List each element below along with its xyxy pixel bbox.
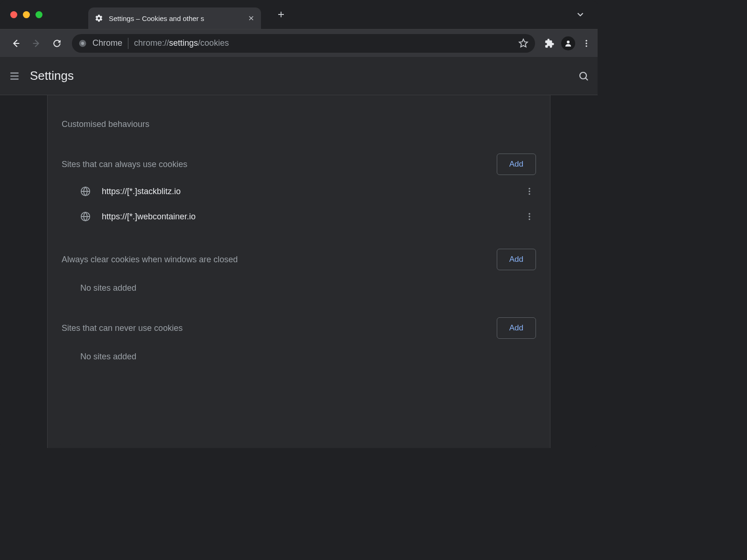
site-row-menu-button[interactable] <box>525 212 536 221</box>
url-path: /cookies <box>198 38 229 48</box>
titlebar: Settings – Cookies and other s <box>0 0 598 29</box>
svg-point-12 <box>529 213 530 215</box>
block-allow-header: Sites that can always use cookies Add <box>48 134 550 179</box>
add-block-button[interactable]: Add <box>497 317 536 339</box>
svg-point-2 <box>567 41 570 43</box>
site-chip: Chrome <box>78 38 128 49</box>
svg-point-5 <box>585 45 587 47</box>
url-divider <box>128 38 128 49</box>
window-close-button[interactable] <box>10 11 17 18</box>
forward-button[interactable] <box>27 34 46 53</box>
site-row: https://[*.]webcontainer.io <box>48 204 550 229</box>
clear-empty-state: No sites added <box>48 274 550 298</box>
svg-point-1 <box>81 42 84 44</box>
chrome-logo-icon <box>78 39 87 48</box>
svg-point-13 <box>529 216 530 217</box>
window-controls <box>10 11 42 18</box>
add-allow-button[interactable]: Add <box>497 154 536 175</box>
tab-overflow-button[interactable] <box>575 9 585 20</box>
section-customised-behaviours: Customised behaviours <box>48 95 550 134</box>
tab-close-button[interactable] <box>248 15 254 21</box>
svg-point-9 <box>529 190 530 192</box>
block-empty-state: No sites added <box>48 343 550 366</box>
site-chip-label: Chrome <box>92 38 122 48</box>
block-clear-title: Always clear cookies when windows are cl… <box>62 255 238 265</box>
svg-point-8 <box>529 188 530 189</box>
site-row: https://[*.]stackblitz.io <box>48 179 550 204</box>
svg-point-10 <box>529 193 530 195</box>
new-tab-button[interactable] <box>273 7 289 22</box>
address-bar[interactable]: Chrome chrome://settings/cookies <box>72 34 535 53</box>
window-maximize-button[interactable] <box>35 11 42 18</box>
menu-icon[interactable] <box>8 70 21 82</box>
back-button[interactable] <box>7 34 25 53</box>
site-row-menu-button[interactable] <box>525 187 536 196</box>
browser-tab[interactable]: Settings – Cookies and other s <box>88 7 261 29</box>
browser-window: Settings – Cookies and other s <box>0 0 598 448</box>
block-block-title: Sites that can never use cookies <box>62 323 183 333</box>
browser-toolbar: Chrome chrome://settings/cookies <box>0 29 598 57</box>
url-page: settings <box>169 38 198 48</box>
block-allow-title: Sites that can always use cookies <box>62 160 187 169</box>
extensions-icon[interactable] <box>544 38 555 49</box>
add-clear-button[interactable]: Add <box>497 249 536 270</box>
url-scheme: chrome:// <box>134 38 169 48</box>
settings-card: Customised behaviours Sites that can alw… <box>47 95 550 448</box>
block-clear-header: Always clear cookies when windows are cl… <box>48 229 550 274</box>
site-url: https://[*.]webcontainer.io <box>102 212 514 222</box>
reload-button[interactable] <box>48 34 66 53</box>
settings-content: Customised behaviours Sites that can alw… <box>0 95 598 448</box>
globe-icon <box>80 186 91 196</box>
globe-icon <box>80 211 91 222</box>
window-minimize-button[interactable] <box>23 11 30 18</box>
svg-point-4 <box>585 42 587 44</box>
svg-point-14 <box>529 218 530 220</box>
url-display: chrome://settings/cookies <box>134 38 229 48</box>
settings-header: Settings <box>0 57 598 95</box>
svg-point-3 <box>585 40 587 41</box>
gear-icon <box>95 14 103 22</box>
browser-menu-button[interactable] <box>582 39 591 48</box>
toolbar-right <box>544 36 591 50</box>
search-settings-button[interactable] <box>578 70 589 82</box>
bookmark-star-icon[interactable] <box>518 38 529 49</box>
block-block-header: Sites that can never use cookies Add <box>48 298 550 343</box>
site-url: https://[*.]stackblitz.io <box>102 187 514 196</box>
profile-avatar[interactable] <box>561 36 575 50</box>
svg-point-6 <box>580 72 586 79</box>
page-title: Settings <box>30 69 74 83</box>
tab-title: Settings – Cookies and other s <box>109 14 242 22</box>
